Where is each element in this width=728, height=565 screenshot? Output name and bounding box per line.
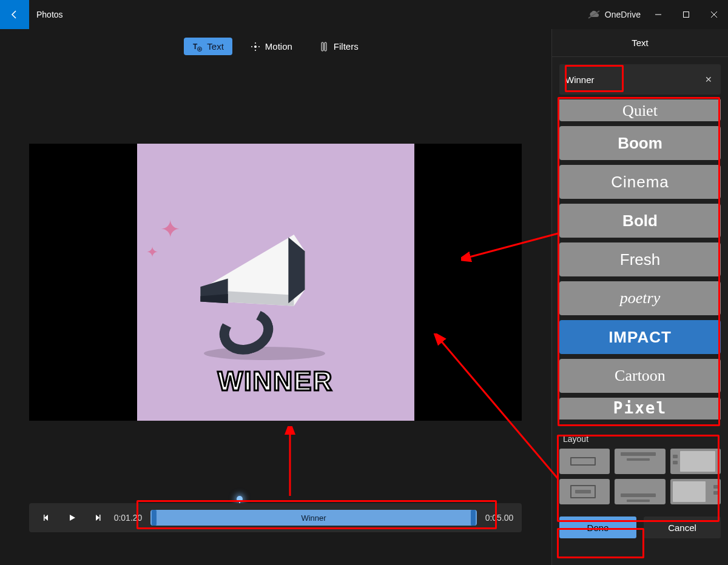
tab-motion-label: Motion <box>265 41 292 52</box>
svg-point-10 <box>255 42 256 44</box>
sparkle-icon: ✦ <box>160 215 181 243</box>
svg-point-11 <box>255 50 256 51</box>
svg-rect-15 <box>325 42 326 51</box>
clip-trim-right[interactable] <box>471 510 476 526</box>
time-total: 0:05.00 <box>482 513 517 523</box>
app-title: Photos <box>36 10 63 19</box>
maximize-button[interactable] <box>672 5 700 24</box>
done-button[interactable]: Done <box>559 517 636 538</box>
video-preview: ✦ ✦ WINNER <box>29 144 522 421</box>
tab-motion[interactable]: Motion <box>242 38 301 55</box>
svg-marker-18 <box>288 238 305 304</box>
svg-marker-21 <box>44 515 48 521</box>
text-input-row: ✕ <box>559 64 721 95</box>
overlay-text[interactable]: WINNER <box>137 366 414 396</box>
play-button[interactable] <box>59 503 85 532</box>
window-controls <box>644 5 728 24</box>
tab-text[interactable]: T Text <box>184 38 232 55</box>
sparkle-icon: ✦ <box>146 244 158 261</box>
style-pixel[interactable]: Pixel <box>559 398 721 420</box>
style-impact[interactable]: IMPACT <box>559 320 721 354</box>
prev-frame-button[interactable] <box>34 503 59 532</box>
next-frame-button[interactable] <box>85 503 110 532</box>
filters-icon <box>319 42 329 52</box>
style-poetry[interactable]: poetry <box>559 281 721 315</box>
clip-label: Winner <box>301 513 326 523</box>
annotation-arrow <box>278 426 302 499</box>
layout-center-box[interactable] <box>559 479 610 504</box>
text-input[interactable] <box>559 70 696 90</box>
svg-point-12 <box>251 46 252 47</box>
cancel-button[interactable]: Cancel <box>644 517 721 538</box>
svg-marker-23 <box>70 515 75 521</box>
layout-center-middle[interactable] <box>559 449 610 474</box>
layout-left[interactable] <box>670 449 721 474</box>
clear-text-button[interactable]: ✕ <box>696 75 721 84</box>
svg-rect-2 <box>684 12 689 18</box>
tab-filters-label: Filters <box>334 41 359 52</box>
text-panel: Text ✕ Quiet Boom Cinema Bold Fresh poet… <box>551 29 728 565</box>
megaphone-graphic <box>167 221 325 378</box>
clip-trim-left[interactable] <box>152 510 157 526</box>
text-add-icon: T <box>192 42 202 52</box>
motion-icon <box>251 42 260 52</box>
panel-buttons: Done Cancel <box>559 517 721 538</box>
layout-label: Layout <box>563 434 728 444</box>
tab-filters[interactable]: Filters <box>311 38 367 55</box>
minimize-button[interactable] <box>644 5 672 24</box>
layout-grid <box>559 449 721 504</box>
text-styles-list: Quiet Boom Cinema Bold Fresh poetry IMPA… <box>559 99 721 426</box>
layout-top[interactable] <box>615 449 665 474</box>
layout-right[interactable] <box>670 479 721 504</box>
svg-point-9 <box>254 45 257 48</box>
onedrive-label: OneDrive <box>605 10 641 19</box>
style-cartoon[interactable]: Cartoon <box>559 359 721 393</box>
svg-rect-14 <box>322 42 323 51</box>
title-bar: Photos OneDrive <box>0 0 728 29</box>
svg-text:T: T <box>193 42 198 51</box>
svg-rect-25 <box>99 515 101 521</box>
svg-point-13 <box>258 46 260 47</box>
svg-marker-24 <box>96 515 99 521</box>
time-current: 0:01.20 <box>110 513 146 523</box>
layout-bottom[interactable] <box>615 479 665 504</box>
style-fresh[interactable]: Fresh <box>559 242 721 276</box>
panel-title: Text <box>552 29 728 57</box>
playback-bar: 0:01.20 Winner 0:05.00 <box>29 503 522 532</box>
style-cinema[interactable]: Cinema <box>559 165 721 199</box>
style-quiet[interactable]: Quiet <box>559 99 721 121</box>
tab-text-label: Text <box>207 41 224 52</box>
style-bold[interactable]: Bold <box>559 204 721 238</box>
onedrive-status[interactable]: OneDrive <box>588 10 641 19</box>
cloud-disabled-icon <box>588 10 600 19</box>
back-button[interactable] <box>0 0 29 29</box>
timeline-clip[interactable]: Winner <box>150 510 477 526</box>
style-boom[interactable]: Boom <box>559 126 721 160</box>
close-button[interactable] <box>700 5 728 24</box>
tool-tabs: T Text Motion Filters <box>0 34 551 59</box>
svg-rect-22 <box>44 515 45 521</box>
preview-frame[interactable]: ✦ ✦ WINNER <box>137 144 414 421</box>
